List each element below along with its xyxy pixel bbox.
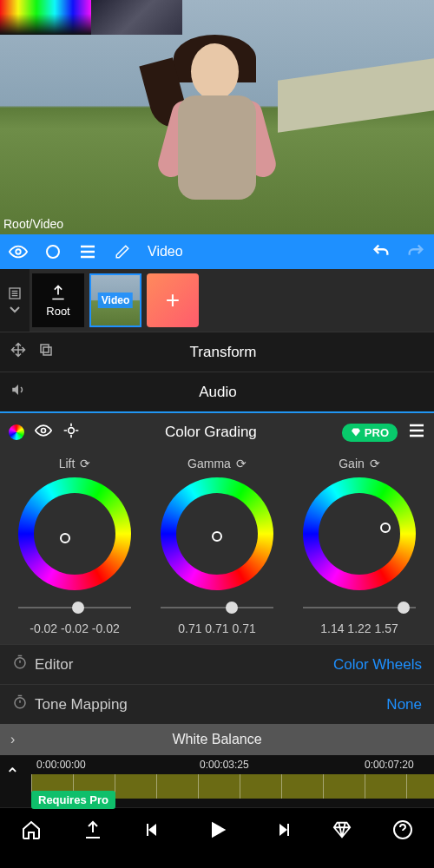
clip-strip: Root Video + — [0, 269, 434, 332]
gain-values: 1.14 1.22 1.57 — [320, 621, 398, 635]
diamond-icon — [351, 427, 361, 437]
circle-icon[interactable] — [43, 242, 62, 261]
lift-slider[interactable] — [18, 599, 131, 616]
step-back-icon[interactable] — [144, 819, 165, 845]
svg-rect-4 — [41, 345, 49, 352]
svg-rect-9 — [147, 824, 148, 836]
requires-pro-badge[interactable]: Requires Pro — [31, 791, 115, 809]
gamma-wheel-col: Gamma⟳ 0.71 0.71 0.71 — [149, 457, 285, 635]
timecode-0: 0:00:00:00 — [36, 759, 86, 771]
gain-wheel-col: Gain⟳ 1.14 1.22 1.57 — [292, 457, 427, 635]
lift-label: Lift — [59, 457, 76, 470]
visibility-icon[interactable] — [9, 242, 28, 261]
color-wheel-icon[interactable] — [9, 424, 24, 440]
clip-thumbnail[interactable]: Video — [89, 273, 141, 327]
svg-rect-3 — [43, 347, 51, 355]
stopwatch-icon — [12, 694, 35, 714]
tonemapping-label: Tone Mapping — [35, 696, 386, 713]
gamma-label: Gamma — [187, 457, 231, 470]
editor-option-row[interactable]: Editor Color Wheels — [0, 644, 434, 684]
root-button[interactable]: Root — [32, 273, 84, 327]
gamma-dot[interactable] — [212, 531, 222, 542]
svg-rect-10 — [287, 824, 289, 836]
color-grading-title: Color Grading — [90, 424, 332, 441]
gamma-slider[interactable] — [161, 599, 273, 616]
lift-wheel-col: Lift⟳ -0.02 -0.02 -0.02 — [7, 457, 142, 635]
tonemapping-value: None — [386, 696, 422, 713]
undo-icon[interactable] — [372, 242, 391, 261]
step-forward-icon[interactable] — [271, 819, 292, 845]
stopwatch-icon — [12, 654, 35, 674]
speaker-icon — [10, 382, 26, 402]
gamma-values: 0.71 0.71 0.71 — [178, 621, 256, 635]
gain-label: Gain — [339, 457, 365, 470]
color-wheels-row: Lift⟳ -0.02 -0.02 -0.02 Gamma⟳ 0.71 0.71… — [0, 451, 434, 644]
color-grading-panel: Color Grading PRO Lift⟳ -0.02 -0.02 -0.0… — [0, 411, 434, 755]
list-box-icon — [8, 286, 22, 300]
editor-value: Color Wheels — [333, 656, 422, 674]
clip-thumb-label: Video — [98, 293, 133, 308]
reset-icon[interactable]: ⟳ — [370, 457, 380, 470]
timecode-2: 0:00:07:20 — [365, 759, 414, 771]
copy-icon — [38, 342, 54, 362]
visibility-icon[interactable] — [35, 422, 52, 443]
root-label: Root — [46, 305, 69, 318]
svg-point-5 — [42, 429, 46, 433]
gain-dot[interactable] — [380, 523, 391, 533]
upload-icon — [49, 284, 67, 301]
gain-color-wheel[interactable] — [303, 477, 416, 590]
timecode-1: 0:00:03:25 — [200, 759, 249, 771]
timeline[interactable]: ⌃ 0:00:00:00 0:00:03:25 0:00:07:20 Requi… — [0, 755, 434, 807]
color-grading-header: Color Grading PRO — [0, 413, 434, 451]
chevron-down-icon — [9, 306, 21, 314]
section-audio[interactable]: Audio — [0, 372, 434, 411]
lift-color-wheel[interactable] — [18, 477, 131, 590]
section-transform[interactable]: Transform — [0, 332, 434, 372]
audio-title: Audio — [36, 384, 399, 401]
home-icon[interactable] — [21, 819, 42, 845]
add-clip-button[interactable]: + — [147, 273, 199, 327]
expand-up-icon[interactable]: ⌃ — [5, 764, 20, 785]
svg-point-6 — [69, 428, 75, 434]
transform-title: Transform — [64, 344, 382, 361]
export-icon[interactable] — [82, 819, 103, 845]
bottom-bar — [0, 807, 434, 856]
preview-figure — [156, 35, 278, 226]
clip-name-label: Video — [148, 244, 183, 260]
nav-column[interactable] — [0, 269, 30, 332]
chevron-right-icon: › — [10, 732, 15, 747]
svg-point-1 — [47, 246, 59, 258]
reset-icon[interactable]: ⟳ — [80, 457, 90, 470]
video-preview[interactable]: Root/Video — [0, 0, 434, 234]
white-balance-label: White Balance — [172, 732, 261, 747]
waveform-scope — [0, 0, 91, 35]
move-icon — [10, 342, 26, 362]
breadcrumb: Root/Video — [3, 217, 63, 231]
preview-wall — [278, 58, 434, 132]
scopes-overlay — [0, 0, 182, 35]
plus-icon: + — [166, 286, 180, 314]
svg-point-0 — [16, 249, 21, 254]
lift-values: -0.02 -0.02 -0.02 — [30, 621, 120, 635]
help-icon[interactable] — [392, 819, 413, 845]
gain-slider[interactable] — [303, 599, 416, 616]
gamma-color-wheel[interactable] — [161, 477, 273, 590]
menu-icon[interactable] — [78, 242, 97, 261]
diamond-icon[interactable] — [332, 820, 352, 845]
editor-label: Editor — [35, 656, 333, 674]
menu-icon[interactable] — [408, 422, 425, 443]
pro-badge[interactable]: PRO — [342, 424, 398, 442]
blue-toolbar: Video — [0, 234, 434, 269]
edit-icon[interactable] — [113, 242, 132, 261]
redo-icon[interactable] — [406, 242, 425, 261]
parade-scope — [91, 0, 182, 35]
white-balance-row[interactable]: › White Balance — [0, 724, 434, 755]
play-icon[interactable] — [206, 818, 230, 847]
target-icon[interactable] — [62, 422, 80, 443]
reset-icon[interactable]: ⟳ — [236, 457, 247, 470]
tonemapping-option-row[interactable]: Tone Mapping None — [0, 684, 434, 724]
lift-dot[interactable] — [60, 533, 70, 543]
